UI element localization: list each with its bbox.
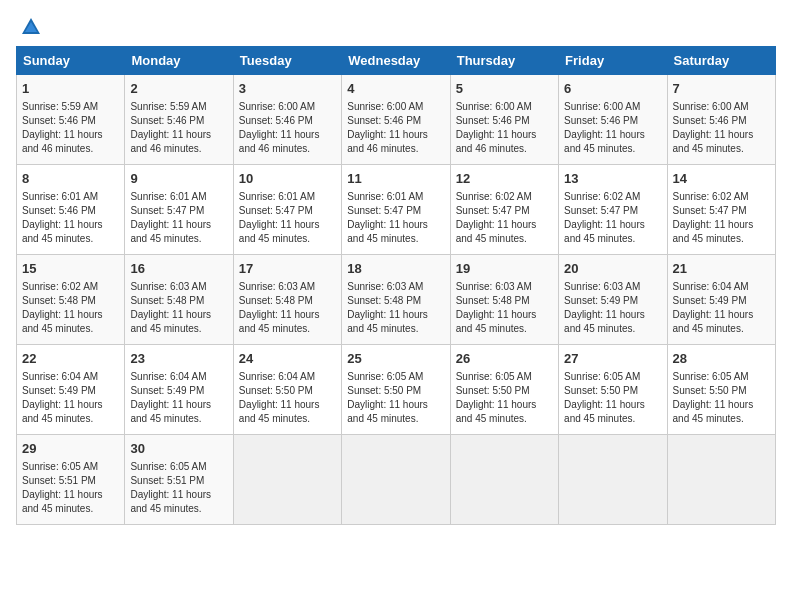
header-row: SundayMondayTuesdayWednesdayThursdayFrid… — [17, 47, 776, 75]
day-number: 14 — [673, 170, 770, 188]
day-cell: 17Sunrise: 6:03 AMSunset: 5:48 PMDayligh… — [233, 255, 341, 345]
day-info: Sunrise: 6:05 AMSunset: 5:50 PMDaylight:… — [673, 370, 770, 426]
day-number: 17 — [239, 260, 336, 278]
calendar-table: SundayMondayTuesdayWednesdayThursdayFrid… — [16, 46, 776, 525]
day-cell — [233, 435, 341, 525]
day-number: 24 — [239, 350, 336, 368]
day-cell: 27Sunrise: 6:05 AMSunset: 5:50 PMDayligh… — [559, 345, 667, 435]
day-cell — [667, 435, 775, 525]
week-row-3: 15Sunrise: 6:02 AMSunset: 5:48 PMDayligh… — [17, 255, 776, 345]
day-info: Sunrise: 5:59 AMSunset: 5:46 PMDaylight:… — [22, 100, 119, 156]
day-number: 15 — [22, 260, 119, 278]
day-number: 27 — [564, 350, 661, 368]
day-number: 6 — [564, 80, 661, 98]
day-info: Sunrise: 6:04 AMSunset: 5:50 PMDaylight:… — [239, 370, 336, 426]
day-number: 12 — [456, 170, 553, 188]
day-cell: 30Sunrise: 6:05 AMSunset: 5:51 PMDayligh… — [125, 435, 233, 525]
day-cell: 23Sunrise: 6:04 AMSunset: 5:49 PMDayligh… — [125, 345, 233, 435]
day-info: Sunrise: 6:05 AMSunset: 5:50 PMDaylight:… — [564, 370, 661, 426]
day-cell: 11Sunrise: 6:01 AMSunset: 5:47 PMDayligh… — [342, 165, 450, 255]
day-info: Sunrise: 6:04 AMSunset: 5:49 PMDaylight:… — [673, 280, 770, 336]
day-info: Sunrise: 6:00 AMSunset: 5:46 PMDaylight:… — [239, 100, 336, 156]
day-cell: 14Sunrise: 6:02 AMSunset: 5:47 PMDayligh… — [667, 165, 775, 255]
day-cell: 28Sunrise: 6:05 AMSunset: 5:50 PMDayligh… — [667, 345, 775, 435]
day-number: 25 — [347, 350, 444, 368]
week-row-5: 29Sunrise: 6:05 AMSunset: 5:51 PMDayligh… — [17, 435, 776, 525]
day-cell: 9Sunrise: 6:01 AMSunset: 5:47 PMDaylight… — [125, 165, 233, 255]
day-number: 1 — [22, 80, 119, 98]
day-info: Sunrise: 6:03 AMSunset: 5:48 PMDaylight:… — [456, 280, 553, 336]
header-day-sunday: Sunday — [17, 47, 125, 75]
day-info: Sunrise: 6:02 AMSunset: 5:47 PMDaylight:… — [564, 190, 661, 246]
day-number: 28 — [673, 350, 770, 368]
header — [16, 16, 776, 38]
day-number: 21 — [673, 260, 770, 278]
day-number: 26 — [456, 350, 553, 368]
day-info: Sunrise: 6:00 AMSunset: 5:46 PMDaylight:… — [347, 100, 444, 156]
day-cell: 15Sunrise: 6:02 AMSunset: 5:48 PMDayligh… — [17, 255, 125, 345]
day-info: Sunrise: 6:01 AMSunset: 5:47 PMDaylight:… — [347, 190, 444, 246]
day-info: Sunrise: 6:03 AMSunset: 5:48 PMDaylight:… — [130, 280, 227, 336]
day-cell: 10Sunrise: 6:01 AMSunset: 5:47 PMDayligh… — [233, 165, 341, 255]
day-number: 9 — [130, 170, 227, 188]
day-cell: 12Sunrise: 6:02 AMSunset: 5:47 PMDayligh… — [450, 165, 558, 255]
day-number: 10 — [239, 170, 336, 188]
day-info: Sunrise: 6:00 AMSunset: 5:46 PMDaylight:… — [673, 100, 770, 156]
header-day-tuesday: Tuesday — [233, 47, 341, 75]
logo — [16, 16, 44, 38]
day-info: Sunrise: 6:04 AMSunset: 5:49 PMDaylight:… — [130, 370, 227, 426]
header-day-friday: Friday — [559, 47, 667, 75]
day-number: 8 — [22, 170, 119, 188]
day-number: 3 — [239, 80, 336, 98]
day-cell: 16Sunrise: 6:03 AMSunset: 5:48 PMDayligh… — [125, 255, 233, 345]
day-info: Sunrise: 6:01 AMSunset: 5:46 PMDaylight:… — [22, 190, 119, 246]
day-info: Sunrise: 6:02 AMSunset: 5:47 PMDaylight:… — [673, 190, 770, 246]
day-cell: 3Sunrise: 6:00 AMSunset: 5:46 PMDaylight… — [233, 75, 341, 165]
week-row-4: 22Sunrise: 6:04 AMSunset: 5:49 PMDayligh… — [17, 345, 776, 435]
day-number: 22 — [22, 350, 119, 368]
day-info: Sunrise: 6:04 AMSunset: 5:49 PMDaylight:… — [22, 370, 119, 426]
day-info: Sunrise: 6:00 AMSunset: 5:46 PMDaylight:… — [456, 100, 553, 156]
day-number: 2 — [130, 80, 227, 98]
day-info: Sunrise: 5:59 AMSunset: 5:46 PMDaylight:… — [130, 100, 227, 156]
day-number: 11 — [347, 170, 444, 188]
day-cell: 6Sunrise: 6:00 AMSunset: 5:46 PMDaylight… — [559, 75, 667, 165]
day-number: 13 — [564, 170, 661, 188]
day-info: Sunrise: 6:02 AMSunset: 5:48 PMDaylight:… — [22, 280, 119, 336]
day-number: 30 — [130, 440, 227, 458]
week-row-1: 1Sunrise: 5:59 AMSunset: 5:46 PMDaylight… — [17, 75, 776, 165]
day-number: 5 — [456, 80, 553, 98]
day-cell: 18Sunrise: 6:03 AMSunset: 5:48 PMDayligh… — [342, 255, 450, 345]
day-info: Sunrise: 6:03 AMSunset: 5:48 PMDaylight:… — [347, 280, 444, 336]
day-info: Sunrise: 6:00 AMSunset: 5:46 PMDaylight:… — [564, 100, 661, 156]
day-info: Sunrise: 6:05 AMSunset: 5:50 PMDaylight:… — [456, 370, 553, 426]
header-day-monday: Monday — [125, 47, 233, 75]
day-number: 19 — [456, 260, 553, 278]
day-cell — [559, 435, 667, 525]
week-row-2: 8Sunrise: 6:01 AMSunset: 5:46 PMDaylight… — [17, 165, 776, 255]
day-info: Sunrise: 6:03 AMSunset: 5:48 PMDaylight:… — [239, 280, 336, 336]
day-cell: 8Sunrise: 6:01 AMSunset: 5:46 PMDaylight… — [17, 165, 125, 255]
header-day-wednesday: Wednesday — [342, 47, 450, 75]
header-day-saturday: Saturday — [667, 47, 775, 75]
day-cell: 29Sunrise: 6:05 AMSunset: 5:51 PMDayligh… — [17, 435, 125, 525]
day-number: 4 — [347, 80, 444, 98]
day-number: 7 — [673, 80, 770, 98]
day-cell: 26Sunrise: 6:05 AMSunset: 5:50 PMDayligh… — [450, 345, 558, 435]
day-cell: 22Sunrise: 6:04 AMSunset: 5:49 PMDayligh… — [17, 345, 125, 435]
header-day-thursday: Thursday — [450, 47, 558, 75]
day-info: Sunrise: 6:05 AMSunset: 5:51 PMDaylight:… — [22, 460, 119, 516]
day-cell: 20Sunrise: 6:03 AMSunset: 5:49 PMDayligh… — [559, 255, 667, 345]
day-cell: 13Sunrise: 6:02 AMSunset: 5:47 PMDayligh… — [559, 165, 667, 255]
day-number: 18 — [347, 260, 444, 278]
day-info: Sunrise: 6:05 AMSunset: 5:50 PMDaylight:… — [347, 370, 444, 426]
day-cell — [450, 435, 558, 525]
day-info: Sunrise: 6:03 AMSunset: 5:49 PMDaylight:… — [564, 280, 661, 336]
day-cell: 7Sunrise: 6:00 AMSunset: 5:46 PMDaylight… — [667, 75, 775, 165]
day-cell: 5Sunrise: 6:00 AMSunset: 5:46 PMDaylight… — [450, 75, 558, 165]
day-cell: 25Sunrise: 6:05 AMSunset: 5:50 PMDayligh… — [342, 345, 450, 435]
day-info: Sunrise: 6:01 AMSunset: 5:47 PMDaylight:… — [239, 190, 336, 246]
day-number: 20 — [564, 260, 661, 278]
day-cell: 19Sunrise: 6:03 AMSunset: 5:48 PMDayligh… — [450, 255, 558, 345]
day-cell: 1Sunrise: 5:59 AMSunset: 5:46 PMDaylight… — [17, 75, 125, 165]
